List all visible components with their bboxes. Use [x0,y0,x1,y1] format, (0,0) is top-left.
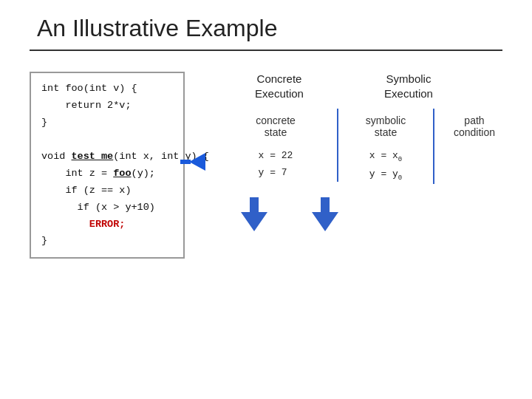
symbolic-sublabel: symbolicstate [366,115,406,138]
execution-area: ConcreteExecution SymbolicExecution conc… [220,72,508,231]
keyword-if2: if [78,202,89,213]
path-sublabel: pathcondition [454,115,495,138]
keyword-int3: int [119,151,137,162]
subscript-x0: 0 [398,156,402,163]
arrow-container [180,72,205,171]
code-box: int foo(int v) { return 2*v; } void test… [30,72,185,259]
main-content: int foo(int v) { return 2*v; } void test… [30,72,502,384]
symbolic-x: x = x0 [369,147,402,166]
keyword-int2: int [89,83,107,94]
symbolic-down-arrow [312,197,338,231]
symbolic-column: symbolicstate x = x0 y = y0 [338,109,434,184]
concrete-data: x = 22 y = 7 [259,147,293,182]
code-line-5: void test_me(int x, int y) { [41,149,173,166]
error-label: ERROR; [89,219,126,230]
concrete-header: ConcreteExecution [220,72,338,100]
keyword-int4: int [161,151,179,162]
fn-foo-call: foo [113,168,131,179]
keyword-if1: if [65,185,77,196]
code-line-4 [41,132,173,149]
code-line-2: return 2*v; [41,98,173,115]
concrete-x: x = 22 [259,147,293,164]
left-arrow-icon [189,153,205,171]
code-line-3: } [41,115,173,132]
keyword-int: int [41,83,59,94]
svg-marker-1 [312,197,338,231]
columns-body: concretestate x = 22 y = 7 symbolicstate… [220,108,508,184]
code-line-8: if (x > y+10) [41,200,173,216]
subscript-y0: 0 [398,174,402,181]
code-line-6: int z = foo(y); [41,166,173,183]
code-line-9: ERROR; [41,216,173,233]
column-headers: ConcreteExecution SymbolicExecution [220,72,508,100]
concrete-y: y = 7 [259,164,293,181]
page-title: An Illustrative Example [30,15,502,42]
down-arrows [220,197,508,231]
code-line-7: if (z == x) [41,183,173,200]
symbolic-data: x = x0 y = y0 [369,147,402,184]
concrete-sublabel: concretestate [256,115,296,138]
keyword-int5: int [65,168,83,179]
path-column: pathcondition [434,109,508,147]
keyword-void: void [41,151,65,162]
symbolic-y: y = y0 [369,166,402,184]
keyword-return: return [65,100,101,111]
symbolic-header: SymbolicExecution [361,72,457,100]
page: An Illustrative Example int foo(int v) {… [0,0,532,399]
code-line-1: int foo(int v) { [41,81,173,98]
concrete-down-arrow [241,197,267,231]
code-line-10: } [41,233,173,250]
svg-marker-0 [241,197,267,231]
title-divider [30,50,502,51]
fn-test-me: test_me [72,151,114,162]
concrete-column: concretestate x = 22 y = 7 [220,109,338,182]
